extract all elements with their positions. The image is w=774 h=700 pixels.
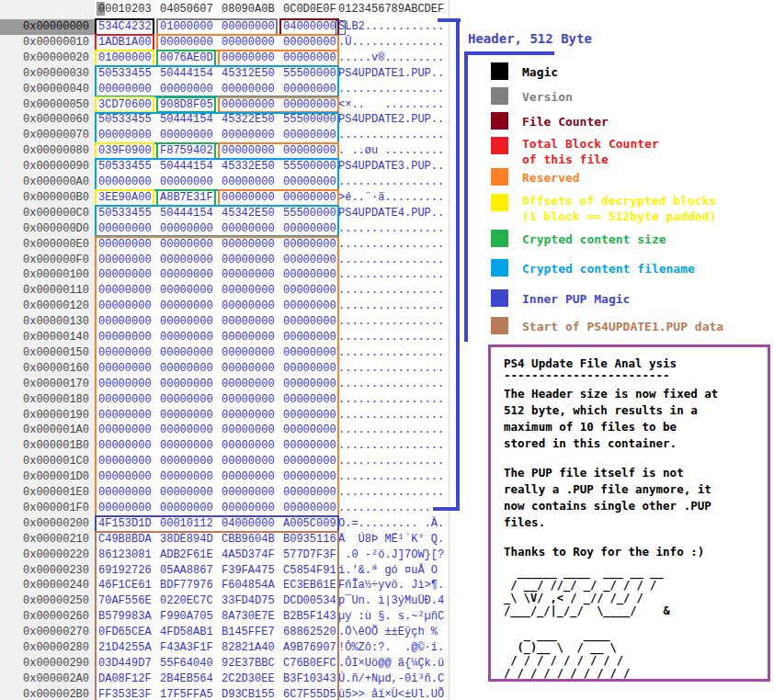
hex-byte-group[interactable]: 46F1CE61 bbox=[98, 578, 152, 593]
hex-byte-group[interactable]: 00000000 bbox=[160, 408, 213, 423]
hex-byte-group[interactable]: DA08F12F bbox=[98, 672, 152, 687]
hex-byte-group[interactable]: 04000000 bbox=[222, 516, 275, 532]
hex-byte-group[interactable]: 01000000 bbox=[160, 19, 213, 35]
hex-byte-group[interactable]: B2B5F143 bbox=[283, 609, 336, 625]
hex-byte-group[interactable]: 0FD65CEA bbox=[98, 625, 152, 640]
ascii-cell[interactable]: .Û.............. bbox=[338, 35, 444, 51]
hex-byte-group[interactable]: A8B7E31F bbox=[160, 190, 213, 206]
ascii-cell[interactable]: ................ bbox=[338, 175, 444, 190]
ascii-cell[interactable]: .....v®......... bbox=[338, 51, 444, 66]
hex-byte-group[interactable]: F43A3F1F bbox=[160, 640, 213, 656]
hex-byte-group[interactable]: 00000000 bbox=[160, 361, 213, 377]
ascii-cell[interactable]: PS4UPDATE1.PUP.. bbox=[338, 66, 444, 82]
hex-byte-group[interactable]: 00000000 bbox=[222, 253, 275, 268]
hex-byte-group[interactable]: 00000000 bbox=[283, 345, 336, 361]
hex-byte-group[interactable]: 00000000 bbox=[283, 454, 336, 469]
hex-byte-group[interactable]: 2B4EB564 bbox=[160, 672, 213, 687]
hex-byte-group[interactable]: C49B8BDA bbox=[98, 532, 152, 548]
hex-byte-group[interactable]: B145FFE7 bbox=[222, 625, 275, 640]
hex-byte-group[interactable]: 00000000 bbox=[222, 501, 275, 516]
hex-byte-group[interactable]: 8A730E7E bbox=[222, 609, 275, 625]
hex-byte-group[interactable]: 00000000 bbox=[283, 35, 336, 51]
hex-byte-group[interactable]: 00000000 bbox=[222, 175, 275, 190]
hex-byte-group[interactable]: 3EE90A00 bbox=[98, 190, 152, 206]
ascii-cell[interactable]: Ä Ú8Þ MË¹`K° Q. bbox=[338, 532, 444, 548]
hex-byte-group[interactable]: 0220EC7C bbox=[160, 593, 213, 609]
hex-byte-group[interactable]: 00000000 bbox=[283, 392, 336, 408]
hex-byte-group[interactable]: 00000000 bbox=[160, 299, 213, 314]
hex-byte-group[interactable]: 00000000 bbox=[98, 82, 152, 97]
ascii-cell[interactable]: ................ bbox=[338, 330, 444, 345]
hex-byte-group[interactable]: 00000000 bbox=[283, 175, 336, 190]
hex-byte-group[interactable]: B3F10343 bbox=[283, 672, 336, 687]
ascii-cell[interactable]: .ÔI×Uö@@ ã{¼Çk.ü bbox=[338, 656, 444, 672]
ascii-cell[interactable]: ................ bbox=[338, 469, 444, 485]
hex-byte-group[interactable]: A005C009 bbox=[283, 516, 336, 532]
ascii-cell[interactable]: . ..øu ......... bbox=[338, 143, 444, 159]
hex-byte-group[interactable]: 50444154 bbox=[160, 66, 213, 82]
hex-byte-group[interactable]: 00000000 bbox=[283, 438, 336, 454]
hex-byte-group[interactable]: 00000000 bbox=[98, 267, 152, 283]
hex-byte-group[interactable]: 00000000 bbox=[98, 469, 152, 485]
hex-byte-group[interactable]: B0935116 bbox=[283, 532, 336, 548]
hex-byte-group[interactable]: 4F153D1D bbox=[98, 516, 152, 532]
hex-byte-group[interactable]: 04000000 bbox=[283, 19, 336, 35]
hex-byte-group[interactable]: 0076AE0D bbox=[160, 51, 213, 66]
hex-byte-group[interactable]: B579983A bbox=[98, 609, 152, 625]
hex-byte-group[interactable]: 00000000 bbox=[222, 267, 275, 283]
ascii-cell[interactable]: ................ bbox=[338, 267, 444, 283]
hex-byte-group[interactable]: 00000000 bbox=[283, 299, 336, 314]
ascii-cell[interactable]: ü5>> åï×Ù<±Ul.UÕ bbox=[338, 687, 444, 700]
ascii-cell[interactable]: µy :ù §. s.~²µñC bbox=[338, 609, 444, 625]
ascii-cell[interactable]: p¯Un. ì|3ýMuÜÐ.4 bbox=[338, 593, 444, 609]
hex-byte-group[interactable]: F604854A bbox=[222, 578, 275, 593]
hex-byte-group[interactable]: 00000000 bbox=[283, 485, 336, 501]
hex-byte-group[interactable]: 00000000 bbox=[160, 253, 213, 268]
hex-byte-group[interactable]: 45322E50 bbox=[222, 112, 275, 128]
hex-byte-group[interactable]: 33FD4D75 bbox=[222, 593, 275, 609]
ascii-cell[interactable]: ................ bbox=[338, 454, 444, 469]
hex-byte-group[interactable]: 00000000 bbox=[222, 377, 275, 392]
ascii-cell[interactable]: ................ bbox=[338, 438, 444, 454]
hex-byte-group[interactable]: 00000000 bbox=[160, 438, 213, 454]
hex-byte-group[interactable]: ADB2F61E bbox=[160, 548, 213, 563]
ascii-cell[interactable]: ................ bbox=[338, 345, 444, 361]
hex-byte-group[interactable]: 00000000 bbox=[283, 128, 336, 143]
hex-byte-group[interactable]: 00000000 bbox=[283, 330, 336, 345]
hex-byte-group[interactable]: 00000000 bbox=[222, 128, 275, 143]
hex-byte-group[interactable]: 00000000 bbox=[98, 485, 152, 501]
ascii-cell[interactable]: ................ bbox=[338, 283, 444, 299]
hex-byte-group[interactable]: 00000000 bbox=[160, 423, 213, 438]
hex-byte-group[interactable]: 55500000 bbox=[283, 206, 336, 221]
hex-byte-group[interactable]: 00000000 bbox=[283, 253, 336, 268]
hex-byte-group[interactable]: 03D449D7 bbox=[98, 656, 152, 672]
hex-byte-group[interactable]: 00010112 bbox=[160, 516, 213, 532]
hex-byte-group[interactable]: 50444154 bbox=[160, 159, 213, 175]
hex-byte-group[interactable]: 00000000 bbox=[98, 283, 152, 299]
hex-byte-group[interactable]: 00000000 bbox=[222, 299, 275, 314]
hex-byte-group[interactable]: 00000000 bbox=[283, 361, 336, 377]
hex-byte-group[interactable]: 00000000 bbox=[160, 314, 213, 330]
hex-byte-group[interactable]: 00000000 bbox=[222, 283, 275, 299]
hex-byte-group[interactable]: 50533455 bbox=[98, 66, 152, 82]
hex-byte-group[interactable]: 00000000 bbox=[160, 392, 213, 408]
hex-byte-group[interactable]: 00000000 bbox=[160, 237, 213, 253]
hex-byte-group[interactable]: 00000000 bbox=[160, 175, 213, 190]
hex-byte-group[interactable]: 00000000 bbox=[98, 299, 152, 314]
hex-byte-group[interactable]: 45312E50 bbox=[222, 66, 275, 82]
hex-byte-group[interactable]: 00000000 bbox=[160, 128, 213, 143]
ascii-cell[interactable]: ................ bbox=[338, 253, 444, 268]
ascii-cell[interactable]: PS4UPDATE2.PUP.. bbox=[338, 112, 444, 128]
hex-byte-group[interactable]: F990A705 bbox=[160, 609, 213, 625]
hex-byte-group[interactable]: EC3EB61E bbox=[283, 578, 336, 593]
hex-byte-group[interactable]: 00000000 bbox=[222, 143, 275, 159]
hex-byte-group[interactable]: 00000000 bbox=[98, 501, 152, 516]
hex-byte-group[interactable]: 55500000 bbox=[283, 66, 336, 82]
ascii-cell[interactable]: SLB2............ bbox=[338, 19, 444, 35]
hex-byte-group[interactable]: 4FD58AB1 bbox=[160, 625, 213, 640]
hex-byte-group[interactable]: 908D8F05 bbox=[160, 97, 213, 113]
hex-byte-group[interactable]: 00000000 bbox=[283, 190, 336, 206]
hex-byte-group[interactable]: 00000000 bbox=[283, 267, 336, 283]
hex-byte-group[interactable]: 00000000 bbox=[98, 423, 152, 438]
ascii-cell[interactable]: .Ö\êOÕ ±±Eÿçh % bbox=[338, 625, 444, 640]
